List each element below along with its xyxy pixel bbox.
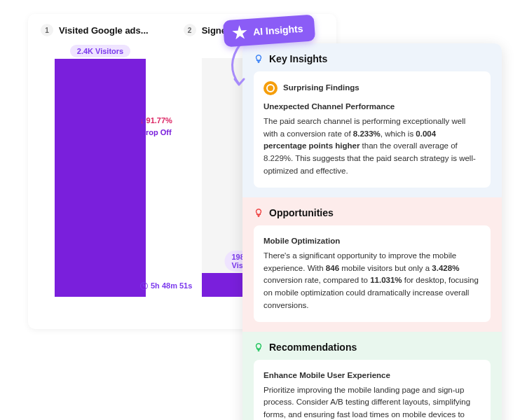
- ai-insights-label: AI Insights: [252, 23, 303, 38]
- insight-body: There's a significant opportunity to imp…: [264, 250, 481, 312]
- heading-text: Opportunities: [269, 207, 334, 218]
- visitors-pill: 2.4K Visitors: [70, 45, 130, 57]
- step-number: 1: [41, 24, 53, 36]
- bar-fill: [55, 59, 146, 297]
- step-label: Visited Google ads...: [59, 25, 149, 36]
- step-number: 2: [184, 24, 196, 36]
- heading-text: Recommendations: [269, 342, 357, 353]
- dropoff-pct: 91.77%: [146, 116, 172, 125]
- key-insights-section: Key Insights Surprising Findings Unexpec…: [242, 43, 502, 197]
- dropoff-label: ↓ 91.77% Drop Off: [140, 115, 172, 138]
- heading-text: Key Insights: [269, 53, 327, 64]
- badge-text: Surprising Findings: [283, 82, 360, 94]
- dropoff-text: Drop Off: [140, 128, 172, 136]
- funnel-bar-1: 2.4K Visitors ↓ 91.77% Drop Off 5h 48m 5…: [41, 45, 160, 297]
- insight-card: Mobile Optimization There's a significan…: [254, 225, 491, 322]
- insight-title: Unexpected Channel Performance: [264, 101, 481, 113]
- insight-title: Enhance Mobile User Experience: [264, 370, 481, 382]
- arrow-swoosh-icon: [226, 41, 254, 93]
- down-arrow-icon: ↓: [140, 116, 144, 125]
- bar-outer: [55, 59, 146, 297]
- insight-badge: Surprising Findings: [264, 81, 481, 95]
- insight-body: Prioritize improving the mobile landing …: [264, 384, 481, 420]
- insight-card: Surprising Findings Unexpected Channel P…: [254, 71, 491, 188]
- lightbulb-icon: [254, 54, 264, 64]
- funnel-step-1-header[interactable]: 1 Visited Google ads...: [41, 24, 149, 36]
- star-icon: [231, 24, 247, 41]
- lightbulb-icon: [254, 208, 264, 218]
- insight-card: Enhance Mobile User Experience Prioritiz…: [254, 360, 491, 420]
- recommendations-section: Recommendations Enhance Mobile User Expe…: [242, 332, 502, 420]
- section-heading: Opportunities: [254, 207, 491, 218]
- insights-panel: Key Insights Surprising Findings Unexpec…: [242, 43, 502, 420]
- opportunities-section: Opportunities Mobile Optimization There'…: [242, 197, 502, 332]
- duration-label: 5h 48m 51s: [140, 281, 192, 290]
- section-heading: Recommendations: [254, 342, 491, 353]
- clock-icon: [140, 282, 148, 290]
- insight-title: Mobile Optimization: [264, 235, 481, 248]
- insight-body: The paid search channel is performing ex…: [264, 115, 481, 178]
- surprise-icon: [264, 81, 278, 95]
- section-heading: Key Insights: [254, 53, 491, 64]
- lightbulb-icon: [254, 342, 264, 352]
- duration-value: 5h 48m 51s: [151, 281, 192, 290]
